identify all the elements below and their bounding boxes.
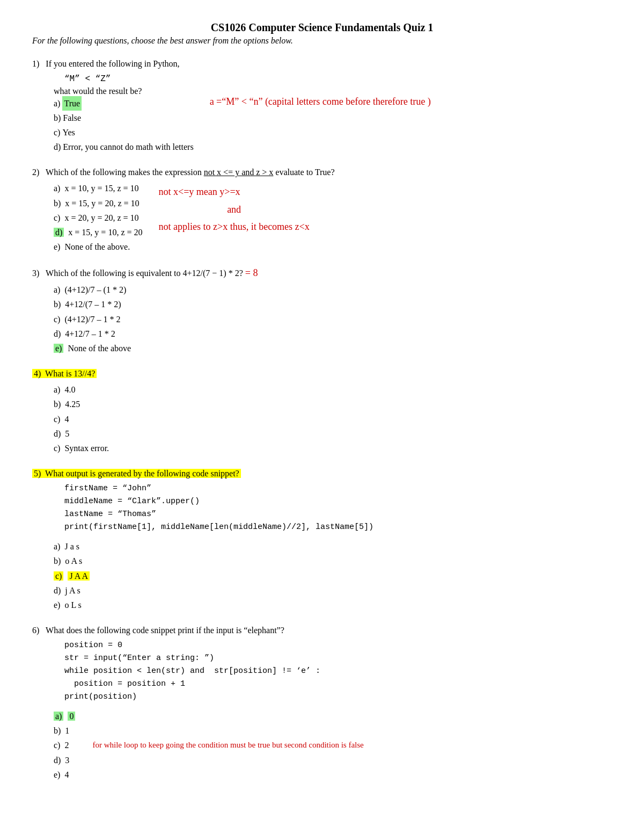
q5-option-b: b) o A s bbox=[54, 554, 612, 568]
q6-option-d: d) 3 bbox=[54, 753, 364, 767]
q6-option-e: e) 4 bbox=[54, 767, 364, 782]
q6-text: What does the following code snippet pri… bbox=[46, 626, 284, 635]
q3-annotation-inline: = 8 bbox=[245, 267, 258, 278]
q5-option-d: d) j A s bbox=[54, 583, 612, 598]
q5-option-c: c) J A A bbox=[54, 569, 612, 583]
q1-option-b: b) False bbox=[54, 111, 194, 125]
q1-option-b-text: False bbox=[63, 111, 81, 125]
q3-option-a: a) (4+12)/7 – (1 * 2) bbox=[54, 282, 612, 297]
q5-options: a) J a s b) o A s c) J A A d) j A s e) o… bbox=[54, 539, 612, 612]
q1-option-d-text: Error, you cannot do math with letters bbox=[63, 140, 193, 154]
q5-label: 5) What output is generated by the follo… bbox=[32, 469, 241, 478]
q1-code: “M” < “Z” bbox=[64, 72, 612, 86]
q2-option-d: d) x = 15, y = 10, z = 20 bbox=[54, 225, 143, 240]
q5-option-a: a) J a s bbox=[54, 539, 612, 554]
q2-options: a) x = 10, y = 15, z = 10 b) x = 15, y =… bbox=[54, 181, 143, 254]
q1-option-c: c) Yes bbox=[54, 125, 194, 140]
q4-option-d: d) 5 bbox=[54, 426, 612, 441]
q1-option-a-text: True bbox=[62, 96, 82, 111]
q5-code: firstName = “John” middleName = “Clark”.… bbox=[64, 482, 612, 534]
q4-option-a: a) 4.0 bbox=[54, 382, 612, 397]
q2-option-b: b) x = 15, y = 20, z = 10 bbox=[54, 196, 143, 211]
subtitle: For the following questions, choose the … bbox=[32, 36, 612, 46]
q1-option-c-text: Yes bbox=[62, 125, 75, 140]
q1-number: 1) bbox=[32, 59, 39, 68]
q2-text: Which of the following makes the express… bbox=[46, 168, 335, 177]
q2-option-e: e) None of the above. bbox=[54, 240, 143, 254]
question-1: 1) If you entered the following in Pytho… bbox=[32, 57, 612, 154]
q2-annotation: not x<=y mean y>=x and not applies to z>… bbox=[159, 181, 310, 235]
q4-option-e: c) Syntax error. bbox=[54, 441, 612, 455]
q1-option-d: d) Error, you cannot do math with letter… bbox=[54, 140, 194, 154]
q3-option-b: b) 4+12/(7 – 1 * 2) bbox=[54, 297, 612, 311]
q4-label: 4) What is 13//4? bbox=[32, 369, 97, 378]
q1-options: a) True b) False c) Yes d) Error, you ca… bbox=[54, 96, 194, 155]
q6-options: a) 0 b) 1 c) 2 for while loop to keep go… bbox=[54, 709, 364, 782]
q1-followup: what would the result be? bbox=[54, 86, 612, 96]
q5-option-e: e) o L s bbox=[54, 598, 612, 612]
page-title: CS1026 Computer Science Fundamentals Qui… bbox=[32, 21, 612, 34]
q6-number: 6) bbox=[32, 626, 39, 635]
q1-option-a: a) True bbox=[54, 96, 194, 111]
q6-code: position = 0 str = input(“Enter a string… bbox=[64, 639, 612, 704]
q3-options: a) (4+12)/7 – (1 * 2) b) 4+12/(7 – 1 * 2… bbox=[54, 282, 612, 356]
q6-annotation: for while loop to keep going the conditi… bbox=[92, 738, 363, 752]
question-5: 5) What output is generated by the follo… bbox=[32, 467, 612, 612]
q3-option-e: e) None of the above bbox=[54, 341, 612, 356]
q1-text: If you entered the following in Python, bbox=[46, 59, 179, 68]
question-2: 2) Which of the following makes the expr… bbox=[32, 166, 612, 254]
q6-option-b: b) 1 bbox=[54, 723, 364, 738]
q6-option-a: a) 0 bbox=[54, 709, 364, 723]
q3-option-c: c) (4+12)/7 – 1 * 2 bbox=[54, 312, 612, 327]
q4-option-c: c) 4 bbox=[54, 412, 612, 426]
q4-option-b: b) 4.25 bbox=[54, 397, 612, 411]
q3-number: 3) bbox=[32, 269, 39, 278]
q4-options: a) 4.0 b) 4.25 c) 4 d) 5 c) Syntax error… bbox=[54, 382, 612, 455]
q3-option-d: d) 4+12/7 – 1 * 2 bbox=[54, 327, 612, 341]
q3-text: Which of the following is equivalent to … bbox=[46, 269, 243, 278]
q2-option-a: a) x = 10, y = 15, z = 10 bbox=[54, 181, 143, 195]
question-6: 6) What does the following code snippet … bbox=[32, 624, 612, 782]
q2-number: 2) bbox=[32, 168, 39, 177]
question-4: 4) What is 13//4? a) 4.0 b) 4.25 c) 4 d)… bbox=[32, 367, 612, 455]
q6-option-c: c) 2 for while loop to keep going the co… bbox=[54, 738, 364, 752]
q2-option-c: c) x = 20, y = 20, z = 10 bbox=[54, 211, 143, 225]
question-3: 3) Which of the following is equivalent … bbox=[32, 266, 612, 356]
q1-annotation: a =“M” < “n” (capital letters come befor… bbox=[210, 96, 431, 107]
